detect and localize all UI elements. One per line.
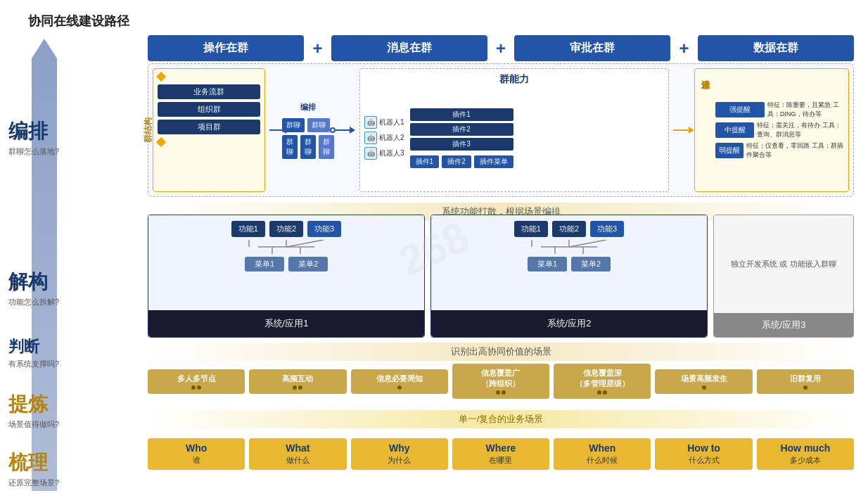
group-row-zuzhi: 组织群: [158, 102, 260, 117]
plus-3: +: [670, 39, 697, 58]
shuli-card-4: When 什么时候: [554, 438, 651, 470]
dot-3-0: [496, 390, 500, 395]
qunjiegou-label: 群结构: [142, 117, 154, 143]
func-row-1: 功能1 功能2 功能3: [154, 221, 419, 237]
sys-block-1-inner: 功能1 功能2 功能3 菜单1 菜单2: [148, 215, 424, 310]
arrow-2: [330, 68, 355, 192]
sys-footer-3: 系统/应用3: [714, 313, 853, 337]
stage-tianlian-sub: 场景值得做吗?: [8, 419, 59, 430]
plus-2: +: [487, 39, 514, 58]
svg-line-2: [286, 240, 324, 247]
tilian-main-4: 信息覆盖深 （多管理层级）: [575, 368, 630, 389]
dot-4-0: [597, 390, 601, 395]
arrow-3: [673, 68, 690, 192]
dot-0-1: [197, 385, 201, 390]
sys-block-3: 独立开发系统 或 功能嵌入群聊 系统/应用3: [713, 215, 854, 338]
tilian-main-2: 信息必要周知: [376, 374, 423, 384]
robot-icon-2: 🤖: [364, 132, 377, 144]
shuli-sub-1: 做什么: [286, 455, 309, 466]
func-1-1: 功能1: [231, 221, 265, 237]
tilian-card-1: 高频互动: [249, 369, 346, 394]
dot-0-0: [191, 385, 196, 390]
robot-3: 🤖 机器人3: [364, 147, 404, 160]
stage-tianlian: 提炼 场景值得做吗?: [0, 388, 91, 432]
page-title: 协同在线建设路径: [28, 13, 129, 30]
pyramid-row-strong: 强提醒 特征：陈重要，且紧急 工具：DING，待办等: [715, 101, 844, 119]
flow-box-4: 群聊: [300, 135, 316, 159]
stage-jiegou-sub: 功能怎么拆解?: [8, 297, 59, 307]
plugin-menu-1: 插件1: [410, 155, 440, 168]
shuli-main-4: When: [589, 442, 615, 454]
qunnengli-title: 群能力: [364, 73, 664, 86]
sys-block-1: 功能1 功能2 功能3 菜单1 菜单2 系统/应用1: [148, 215, 425, 338]
pyramid-row-weak: 弱提醒 特征：仅查看，零回路 工具：群插件聚合等: [715, 141, 844, 160]
stage-tianlian-label: 提炼: [8, 391, 48, 418]
menu-2-1: 菜单1: [528, 257, 567, 272]
shuli-sub-2: 为什么: [388, 455, 411, 466]
arrow-1: [269, 68, 286, 192]
svg-line-8: [569, 240, 606, 247]
section-shuli: Who 谁 What 做什么 Why 为什么 Where 在哪里 When 什么…: [148, 422, 854, 485]
func-2-1: 功能1: [514, 221, 548, 237]
pyramid-weak-desc: 特征：仅查看，零回路 工具：群插件聚合等: [746, 141, 844, 160]
robot-1: 🤖 机器人1: [364, 116, 404, 129]
stage-panduan-label: 判断: [8, 336, 39, 357]
tilian-card-0: 多人多节点: [148, 369, 245, 394]
flow-row-2: 群聊 群聊 群聊: [282, 135, 334, 159]
dots-2: [397, 385, 402, 390]
stage-shuli: 梳理 还原完整场景?: [0, 447, 91, 491]
tilian-main-3: 信息覆盖广 （跨组织）: [481, 368, 520, 389]
header-caozuo: 操作在群: [148, 35, 304, 61]
header-shuju: 数据在群: [698, 35, 854, 61]
robot-icon-1: 🤖: [364, 116, 377, 129]
dots-4: [597, 390, 607, 395]
top-header: 操作在群 + 消息在群 + 审批在群 + 数据在群: [148, 35, 854, 61]
gold-diamond-2: [156, 137, 166, 147]
dot-3-1: [502, 390, 506, 395]
flow-box-2: 群聊: [307, 118, 330, 132]
pyramid-mid-desc: 特征：需关注，有待办 工具：查询、群消息等: [757, 121, 844, 139]
tilian-card-5: 场景高频发生: [655, 369, 752, 394]
plugin-1: 插件1: [410, 108, 513, 121]
tilian-card-3: 信息覆盖广 （跨组织）: [452, 364, 549, 399]
branch-svg-2: [513, 240, 625, 254]
header-xiaozi: 消息在群: [331, 35, 487, 61]
sys-block-2-inner: 功能1 功能2 功能3 菜单1 菜单2: [431, 215, 707, 310]
menu-2-2: 菜单2: [571, 257, 611, 272]
func-row-2: 功能1 功能2 功能3: [437, 221, 701, 237]
sys-alt-text: 独立开发系统 或 功能嵌入群聊: [731, 259, 836, 269]
shuli-main-1: What: [286, 442, 309, 454]
section-jiegou: 功能1 功能2 功能3 菜单1 菜单2 系统/应用1: [148, 215, 854, 338]
plus-1: +: [304, 39, 331, 58]
branch-svg-1: [230, 240, 343, 254]
shuli-main-5: How to: [687, 442, 720, 454]
shuli-sub-5: 什么方式: [689, 455, 720, 466]
group-row-xiangmu: 项目群: [158, 120, 260, 134]
sys-block-2: 功能1 功能2 功能3 菜单1 菜单2 系统/应用2: [430, 215, 708, 338]
tilian-main-6: 旧群复用: [790, 374, 821, 384]
dot-connector: [330, 127, 336, 133]
shuli-sub-4: 什么时候: [587, 455, 618, 466]
pyramid-strong-desc: 特征：陈重要，且紧急 工具：DING，待办等: [767, 101, 844, 119]
dots-5: [702, 385, 706, 390]
pyramid-weak: 弱提醒: [715, 143, 743, 158]
pyramid-mid: 中提醒: [715, 122, 754, 138]
dots-3: [496, 390, 506, 395]
shuli-sub-3: 在哪里: [489, 455, 512, 466]
dot-6-0: [803, 385, 808, 390]
shuli-card-5: How to 什么方式: [655, 438, 752, 470]
bianpai-label: 编排: [300, 102, 316, 113]
func-2-2: 功能2: [552, 221, 586, 237]
qunnengli-inner: 🤖 机器人1 🤖 机器人2 🤖 机器人3 插件1 插件2 插件3 插件1: [364, 89, 664, 187]
tilian-card-4: 信息覆盖深 （多管理层级）: [554, 364, 651, 399]
dot-1-0: [293, 385, 297, 390]
dot-5-0: [702, 385, 706, 390]
tilian-card-2: 信息必要周知: [351, 369, 448, 394]
shuli-main-2: Why: [389, 442, 410, 454]
dots-1: [293, 385, 302, 390]
shuli-card-6: How much 多少成本: [757, 438, 854, 470]
shuli-main-0: Who: [186, 442, 207, 454]
sys-footer-1: 系统/应用1: [148, 310, 424, 337]
dots-6: [803, 385, 808, 390]
menu-1-2: 菜单2: [288, 257, 328, 272]
